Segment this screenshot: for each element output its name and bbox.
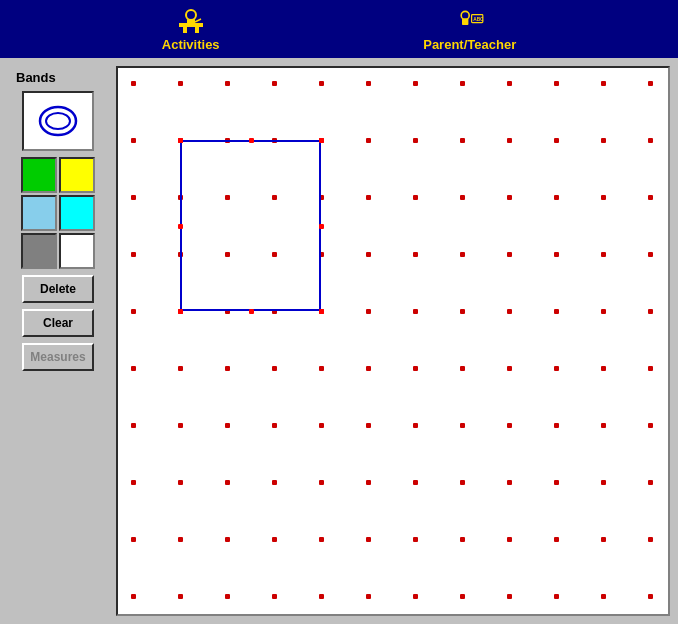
grid-dot <box>225 81 230 86</box>
rect-handle[interactable] <box>249 138 254 143</box>
svg-rect-7 <box>462 18 468 24</box>
rect-handle[interactable] <box>178 309 183 314</box>
parent-teacher-nav[interactable]: ABC Parent/Teacher <box>423 7 516 52</box>
grid-dot <box>131 138 136 143</box>
grid-dot <box>178 81 183 86</box>
grid-dot <box>319 594 324 599</box>
measures-button[interactable]: Measures <box>22 343 94 371</box>
grid-dot <box>366 366 371 371</box>
grid-dot <box>178 423 183 428</box>
grid-dot <box>272 480 277 485</box>
grid-dot <box>648 138 653 143</box>
grid-dot <box>648 537 653 542</box>
grid-dot <box>413 594 418 599</box>
grid-dot <box>413 252 418 257</box>
grid-dot <box>319 423 324 428</box>
grid-dot <box>460 252 465 257</box>
rect-handle[interactable] <box>249 309 254 314</box>
grid-dot <box>648 423 653 428</box>
grid-dot <box>601 309 606 314</box>
color-palette <box>21 157 95 269</box>
svg-line-5 <box>195 19 201 22</box>
grid-dot <box>413 81 418 86</box>
grid-dot <box>319 366 324 371</box>
grid-dot <box>225 366 230 371</box>
grid-dot <box>507 423 512 428</box>
grid-dot <box>178 480 183 485</box>
svg-point-3 <box>186 10 196 20</box>
grid-dot <box>413 423 418 428</box>
grid-dot <box>366 252 371 257</box>
color-green[interactable] <box>21 157 57 193</box>
svg-rect-1 <box>183 27 187 33</box>
rect-handle[interactable] <box>178 138 183 143</box>
color-lightblue[interactable] <box>21 195 57 231</box>
drawing-canvas[interactable] <box>116 66 670 616</box>
grid-dot <box>460 81 465 86</box>
grid-dot <box>460 138 465 143</box>
grid-dot <box>319 81 324 86</box>
grid-dot <box>601 81 606 86</box>
activities-label: Activities <box>162 37 220 52</box>
grid-dot <box>460 423 465 428</box>
grid-dot <box>460 366 465 371</box>
grid-dot <box>648 309 653 314</box>
rect-handle[interactable] <box>319 309 324 314</box>
grid-dot <box>554 480 559 485</box>
svg-point-11 <box>46 113 70 129</box>
grid-dot <box>507 138 512 143</box>
grid-dot <box>272 537 277 542</box>
sidebar: Bands Delete Clear Measures <box>8 66 108 616</box>
color-gray[interactable] <box>21 233 57 269</box>
grid-dot <box>460 480 465 485</box>
grid-dot <box>366 309 371 314</box>
grid-dot <box>648 81 653 86</box>
grid-dot <box>507 195 512 200</box>
grid-dot <box>366 537 371 542</box>
grid-dot <box>507 81 512 86</box>
grid-dot <box>554 537 559 542</box>
rect-handle[interactable] <box>319 224 324 229</box>
grid-dot <box>319 537 324 542</box>
grid-dot <box>648 252 653 257</box>
grid-dot <box>601 252 606 257</box>
grid-dot <box>554 366 559 371</box>
rect-handle[interactable] <box>319 138 324 143</box>
grid-dot <box>507 480 512 485</box>
clear-button[interactable]: Clear <box>22 309 94 337</box>
parent-teacher-icon: ABC <box>454 7 486 35</box>
color-cyan[interactable] <box>59 195 95 231</box>
grid-dot <box>507 309 512 314</box>
activities-nav[interactable]: Activities <box>162 7 220 52</box>
rect-handle[interactable] <box>178 224 183 229</box>
grid-dot <box>131 537 136 542</box>
top-nav-bar: Activities ABC Parent/Teacher <box>0 0 678 58</box>
grid-dot <box>366 81 371 86</box>
grid-dot <box>507 594 512 599</box>
grid-dot <box>413 195 418 200</box>
grid-dot <box>648 594 653 599</box>
grid-dot <box>131 252 136 257</box>
grid-dot <box>225 423 230 428</box>
band-preview <box>22 91 94 151</box>
grid-dot <box>178 366 183 371</box>
grid-dot <box>648 366 653 371</box>
delete-button[interactable]: Delete <box>22 275 94 303</box>
grid-dot <box>554 594 559 599</box>
grid-dot <box>366 480 371 485</box>
color-yellow[interactable] <box>59 157 95 193</box>
grid-dot <box>601 480 606 485</box>
grid-dot <box>460 195 465 200</box>
grid-dot <box>366 423 371 428</box>
color-white[interactable] <box>59 233 95 269</box>
sidebar-title: Bands <box>16 70 56 85</box>
grid-dot <box>460 594 465 599</box>
drawn-rectangle[interactable] <box>180 140 321 311</box>
grid-dot <box>272 81 277 86</box>
grid-dot <box>131 309 136 314</box>
grid-dot <box>601 138 606 143</box>
grid-dot <box>601 195 606 200</box>
grid-dot <box>131 480 136 485</box>
grid-dot <box>507 537 512 542</box>
grid-dot <box>554 309 559 314</box>
